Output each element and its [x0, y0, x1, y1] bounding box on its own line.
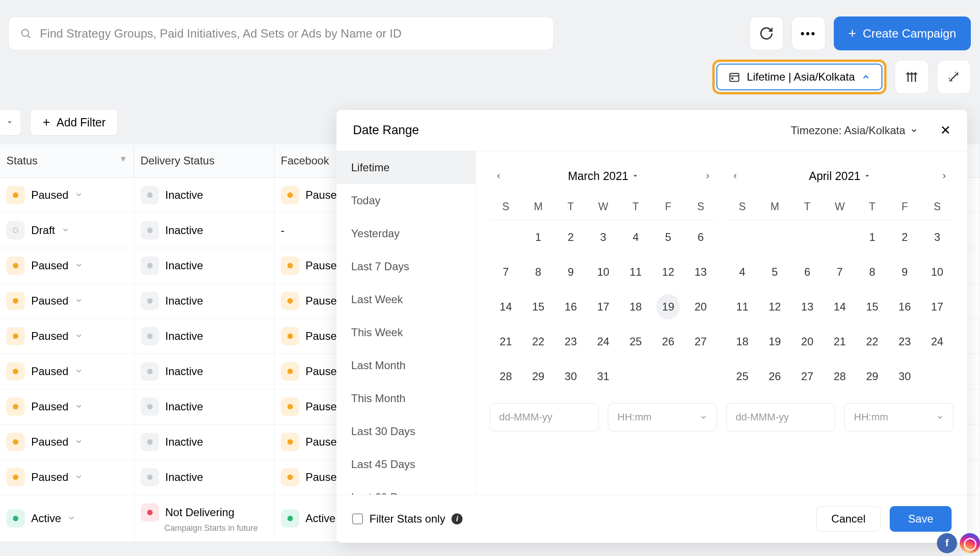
info-icon[interactable]: i: [451, 513, 462, 524]
calendar-day[interactable]: 26: [759, 359, 791, 394]
calendar-day[interactable]: 4: [619, 220, 652, 255]
calendar-day[interactable]: 23: [888, 324, 921, 359]
calendar-day[interactable]: 30: [888, 359, 921, 394]
calendar-day[interactable]: 31: [587, 359, 620, 394]
to-date-input[interactable]: dd-MMM-yy: [726, 403, 835, 431]
calendar-day[interactable]: 28: [824, 359, 856, 394]
facebook-icon[interactable]: f: [937, 533, 957, 553]
timezone-selector[interactable]: Timezone: Asia/Kolkata: [791, 124, 918, 137]
magic-button[interactable]: [937, 60, 971, 94]
calendar-day[interactable]: 9: [555, 255, 587, 289]
calendar-day[interactable]: 20: [791, 324, 824, 359]
search-input[interactable]: [40, 27, 542, 41]
preset-item[interactable]: Today: [336, 184, 475, 217]
calendar-day[interactable]: 9: [888, 255, 921, 289]
calendar-day[interactable]: 27: [791, 359, 824, 394]
preset-item[interactable]: Last Month: [336, 349, 475, 382]
prev-month[interactable]: ‹: [490, 167, 508, 185]
instagram-icon[interactable]: ◯: [960, 533, 980, 553]
calendar-day[interactable]: 8: [856, 255, 888, 289]
from-date-input[interactable]: dd-MMM-yy: [490, 403, 599, 431]
calendar-day[interactable]: 24: [587, 324, 620, 359]
add-filter-button[interactable]: + Add Filter: [30, 109, 118, 136]
calendar-day[interactable]: 3: [921, 220, 953, 255]
preset-item[interactable]: Last Week: [336, 283, 475, 316]
close-button[interactable]: ✕: [940, 123, 951, 138]
calendar-day[interactable]: 10: [587, 255, 620, 289]
calendar-day[interactable]: 7: [824, 255, 856, 289]
calendar-day[interactable]: 16: [555, 289, 587, 324]
calendar-day[interactable]: 5: [759, 255, 791, 289]
calendar-day[interactable]: 14: [824, 289, 856, 324]
calendar-day[interactable]: 18: [619, 289, 652, 324]
calendar-day[interactable]: 1: [522, 220, 555, 255]
calendar-day[interactable]: 7: [490, 255, 522, 289]
preset-item[interactable]: This Week: [336, 316, 475, 349]
calendar-day[interactable]: 2: [888, 220, 921, 255]
col-delivery[interactable]: Delivery Status: [134, 144, 274, 178]
calendar-day[interactable]: 19: [759, 324, 791, 359]
preset-item[interactable]: Last 30 Days: [336, 415, 475, 448]
calendar-day[interactable]: 11: [726, 289, 759, 324]
calendar-day[interactable]: 8: [522, 255, 555, 289]
calendar-day[interactable]: 27: [684, 324, 717, 359]
calendar-day[interactable]: 29: [856, 359, 888, 394]
calendar-day[interactable]: 29: [522, 359, 555, 394]
calendar-day[interactable]: 20: [684, 289, 717, 324]
calendar-day[interactable]: 16: [888, 289, 921, 324]
preset-item[interactable]: Yesterday: [336, 217, 475, 250]
calendar-day[interactable]: 1: [856, 220, 888, 255]
calendar-day[interactable]: 22: [522, 324, 555, 359]
columns-button[interactable]: [895, 60, 929, 94]
calendar-day[interactable]: 22: [856, 324, 888, 359]
preset-item[interactable]: This Month: [336, 382, 475, 415]
calendar-day[interactable]: 11: [619, 255, 652, 289]
calendar-day[interactable]: 13: [791, 289, 824, 324]
calendar-day[interactable]: 13: [684, 255, 717, 289]
filter-stats-checkbox[interactable]: [352, 513, 363, 524]
calendar-day[interactable]: 19: [656, 294, 680, 320]
filter-stats-only-row[interactable]: Filter Stats only i: [352, 512, 462, 525]
next-month[interactable]: ›: [699, 167, 717, 185]
calendar-day[interactable]: 6: [791, 255, 824, 289]
calendar-day[interactable]: 25: [619, 324, 652, 359]
preset-item[interactable]: Last 7 Days: [336, 250, 475, 283]
more-button[interactable]: •••: [792, 16, 826, 50]
calendar-day[interactable]: 14: [490, 289, 522, 324]
calendar-day[interactable]: 6: [684, 220, 717, 255]
month-label[interactable]: April 2021: [809, 169, 871, 183]
save-button[interactable]: Save: [890, 506, 952, 532]
date-range-chip[interactable]: Lifetime | Asia/Kolkata: [716, 64, 882, 90]
calendar-day[interactable]: 17: [587, 289, 620, 324]
refresh-button[interactable]: [749, 16, 783, 50]
calendar-day[interactable]: 10: [921, 255, 953, 289]
calendar-day[interactable]: 4: [726, 255, 759, 289]
calendar-day[interactable]: 12: [652, 255, 684, 289]
calendar-day[interactable]: 18: [726, 324, 759, 359]
calendar-day[interactable]: 28: [490, 359, 522, 394]
calendar-day[interactable]: 24: [921, 324, 953, 359]
calendar-day[interactable]: 3: [587, 220, 620, 255]
col-status[interactable]: Status▼: [0, 144, 134, 178]
calendar-day[interactable]: 30: [555, 359, 587, 394]
preset-item[interactable]: Last 60 Days: [336, 481, 475, 495]
calendar-day[interactable]: 17: [921, 289, 953, 324]
prev-month[interactable]: ‹: [726, 167, 744, 185]
to-time-input[interactable]: HH:mm: [844, 403, 953, 431]
preset-item[interactable]: Lifetime: [336, 151, 475, 184]
calendar-day[interactable]: 21: [824, 324, 856, 359]
calendar-day[interactable]: 5: [652, 220, 684, 255]
preset-item[interactable]: Last 45 Days: [336, 448, 475, 481]
calendar-day[interactable]: 21: [490, 324, 522, 359]
month-label[interactable]: March 2021: [568, 169, 639, 183]
calendar-day[interactable]: 23: [555, 324, 587, 359]
calendar-day[interactable]: 15: [522, 289, 555, 324]
from-time-input[interactable]: HH:mm: [608, 403, 717, 431]
cancel-button[interactable]: Cancel: [816, 506, 881, 532]
calendar-day[interactable]: 2: [555, 220, 587, 255]
calendar-day[interactable]: 15: [856, 289, 888, 324]
calendar-day[interactable]: 26: [652, 324, 684, 359]
search-bar[interactable]: [8, 16, 554, 50]
filter-dropdown[interactable]: [0, 109, 21, 136]
calendar-day[interactable]: 12: [759, 289, 791, 324]
